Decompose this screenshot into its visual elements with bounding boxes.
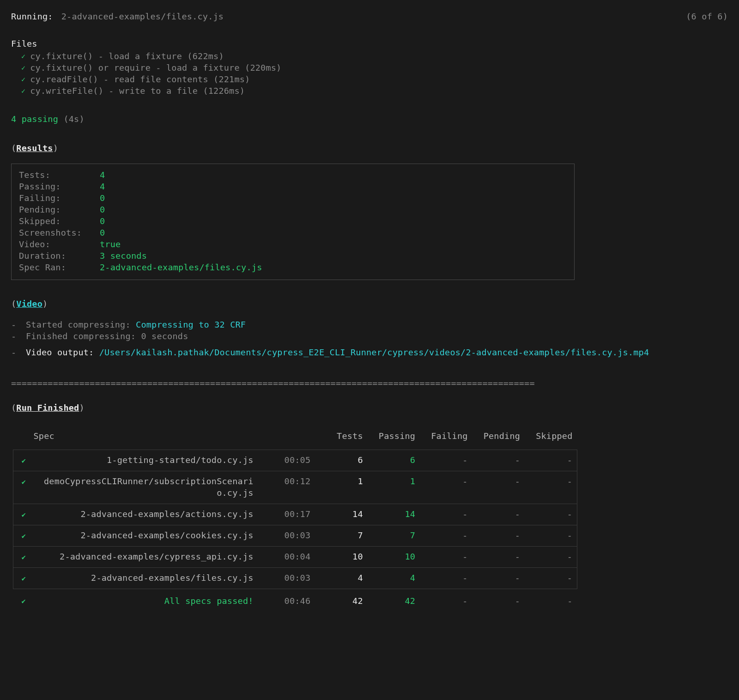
- table-row: ✔demoCypressCLIRunner/subscriptionScenar…: [13, 471, 577, 504]
- table-row: ✔2-advanced-examples/actions.cy.js00:171…: [13, 504, 577, 525]
- col-header-time: [258, 427, 315, 450]
- compress-started-value: Compressing to 32 CRF: [136, 320, 246, 329]
- video-section-label: (Video): [11, 298, 728, 310]
- suite-block: Files ✓cy.fixture() - load a fixture (62…: [11, 38, 728, 97]
- cell-spec: demoCypressCLIRunner/subscriptionScenari…: [34, 471, 258, 504]
- results-box: Tests:4Passing:4Failing:0Pending:0Skippe…: [11, 164, 575, 280]
- results-row: Pending:0: [19, 204, 567, 216]
- cell-tests: 1: [315, 471, 367, 504]
- col-header-pending: Pending: [472, 427, 525, 450]
- cell-time: 00:17: [258, 504, 315, 525]
- running-header: Running: 2-advanced-examples/files.cy.js…: [11, 11, 728, 23]
- cell-pending: -: [472, 547, 525, 568]
- check-icon: ✓: [21, 52, 25, 61]
- cell-tests: 14: [315, 504, 367, 525]
- running-counter: (6 of 6): [686, 11, 728, 23]
- cell-skipped: -: [525, 525, 577, 547]
- cell-spec: 1-getting-started/todo.cy.js: [34, 450, 258, 471]
- results-value: 4: [100, 181, 105, 193]
- spec-summary-table: Spec Tests Passing Failing Pending Skipp…: [13, 427, 577, 612]
- cell-pending: -: [472, 504, 525, 525]
- results-value: 0: [100, 204, 105, 216]
- results-row: Passing:4: [19, 181, 567, 193]
- table-row: ✔2-advanced-examples/files.cy.js00:0344-…: [13, 568, 577, 589]
- video-output-path: /Users/kailash.pathak/Documents/cypress_…: [99, 347, 649, 357]
- cell-time: 00:03: [258, 568, 315, 589]
- results-key: Video:: [19, 239, 100, 250]
- run-finished-label: Run Finished: [16, 403, 79, 413]
- test-name: cy.readFile() - read file contents (221m…: [30, 74, 250, 85]
- results-key: Tests:: [19, 170, 100, 181]
- test-line: ✓cy.fixture() or require - load a fixtur…: [11, 62, 728, 74]
- cell-spec: 2-advanced-examples/cypress_api.cy.js: [34, 547, 258, 568]
- results-label: Results: [16, 143, 53, 153]
- col-header-spec: Spec: [13, 427, 258, 450]
- bullet-icon: -: [11, 319, 19, 331]
- test-line: ✓cy.readFile() - read file contents (221…: [11, 74, 728, 85]
- cell-tests: 4: [315, 568, 367, 589]
- cell-time: 00:03: [258, 525, 315, 547]
- results-key: Spec Ran:: [19, 262, 100, 274]
- results-value: 0: [100, 227, 105, 239]
- results-value: 4: [100, 170, 105, 181]
- test-line: ✓cy.writeFile() - write to a file (1226m…: [11, 85, 728, 97]
- cell-tests: 7: [315, 525, 367, 547]
- video-output-label: Video output:: [26, 347, 94, 357]
- cell-total-tests: 42: [315, 589, 367, 612]
- check-icon: ✓: [21, 75, 25, 84]
- results-value: 3 seconds: [100, 250, 147, 262]
- cell-total-spec: All specs passed!: [34, 589, 258, 612]
- cell-pending: -: [472, 525, 525, 547]
- cell-spec: 2-advanced-examples/cookies.cy.js: [34, 525, 258, 547]
- passing-count: 4 passing: [11, 114, 58, 124]
- cell-spec: 2-advanced-examples/actions.cy.js: [34, 504, 258, 525]
- cell-tests: 6: [315, 450, 367, 471]
- check-icon: ✔: [13, 471, 34, 504]
- compress-started-label: Started compressing:: [26, 320, 131, 329]
- cell-failing: -: [420, 504, 472, 525]
- bullet-icon: -: [11, 347, 19, 359]
- results-value: true: [100, 239, 121, 250]
- results-value: 2-advanced-examples/files.cy.js: [100, 262, 262, 274]
- cell-skipped: -: [525, 568, 577, 589]
- cell-time: 00:04: [258, 547, 315, 568]
- divider: ========================================…: [11, 378, 728, 390]
- results-key: Skipped:: [19, 216, 100, 227]
- table-row: ✔1-getting-started/todo.cy.js00:0566---: [13, 450, 577, 471]
- cell-time: 00:12: [258, 471, 315, 504]
- test-name: cy.fixture() or require - load a fixture…: [30, 62, 281, 74]
- results-key: Screenshots:: [19, 227, 100, 239]
- cell-spec: 2-advanced-examples/files.cy.js: [34, 568, 258, 589]
- cell-failing: -: [420, 568, 472, 589]
- cell-passing: 10: [368, 547, 420, 568]
- bullet-icon: -: [11, 331, 19, 342]
- test-name: cy.writeFile() - write to a file (1226ms…: [30, 85, 245, 97]
- col-header-failing: Failing: [420, 427, 472, 450]
- test-name: cy.fixture() - load a fixture (622ms): [30, 51, 224, 62]
- results-row: Screenshots:0: [19, 227, 567, 239]
- cell-total-skipped: -: [525, 589, 577, 612]
- cell-pending: -: [472, 568, 525, 589]
- check-icon: ✔: [13, 525, 34, 547]
- check-icon: ✔: [13, 504, 34, 525]
- results-key: Duration:: [19, 250, 100, 262]
- cell-time: 00:05: [258, 450, 315, 471]
- check-icon: ✔: [13, 547, 34, 568]
- check-icon: ✔: [13, 589, 34, 612]
- compress-finished: Finished compressing: 0 seconds: [26, 331, 188, 342]
- cell-pending: -: [472, 471, 525, 504]
- results-row: Failing:0: [19, 193, 567, 204]
- cell-passing: 1: [368, 471, 420, 504]
- table-total-row: ✔All specs passed!00:464242---: [13, 589, 577, 612]
- cell-failing: -: [420, 450, 472, 471]
- cell-skipped: -: [525, 547, 577, 568]
- results-value: 0: [100, 216, 105, 227]
- results-row: Video:true: [19, 239, 567, 250]
- run-finished-section-label: (Run Finished): [11, 402, 728, 414]
- cell-skipped: -: [525, 450, 577, 471]
- suite-title: Files: [11, 38, 728, 50]
- running-spec: 2-advanced-examples/files.cy.js: [61, 11, 224, 23]
- video-block: - Started compressing: Compressing to 32…: [11, 319, 728, 359]
- cell-total-failing: -: [420, 589, 472, 612]
- cell-skipped: -: [525, 471, 577, 504]
